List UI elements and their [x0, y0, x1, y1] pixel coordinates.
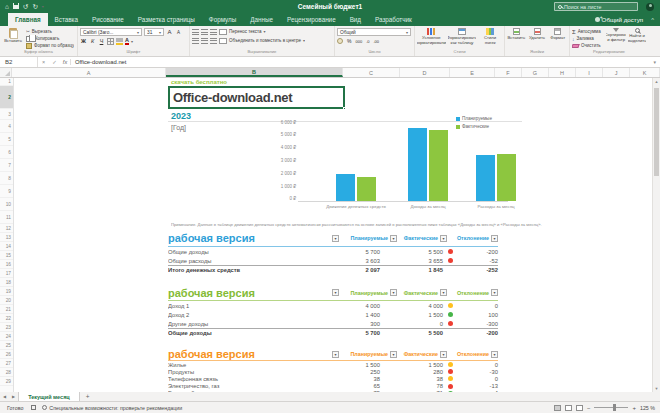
table-row[interactable]: Жилье1 5001 5000 [168, 361, 498, 368]
accessibility-text[interactable]: Специальные возможности: проверьте реком… [49, 405, 182, 411]
row-number[interactable]: 6 [0, 146, 13, 159]
format-as-table-button[interactable]: Форматировать как таблицу [448, 28, 477, 45]
name-box[interactable]: B2 [0, 57, 38, 67]
align-center-icon[interactable] [201, 38, 208, 44]
row-number[interactable]: 18 [0, 278, 13, 287]
filter-button[interactable]: ▾ [390, 235, 397, 242]
filter-button[interactable]: ▾ [440, 351, 447, 358]
search-box[interactable]: Поиск на листе [554, 2, 638, 11]
row-number[interactable]: 3 [0, 109, 13, 120]
sort-filter-button[interactable]: Сортировка и фильтр [606, 28, 626, 42]
ribbon-tab[interactable]: Разметка страницы [131, 13, 202, 26]
zoom-slider[interactable] [594, 407, 628, 408]
sheet-nav-right-icon[interactable]: ▶ [9, 392, 18, 401]
column-header[interactable]: F [495, 68, 522, 77]
autosum-button[interactable]: ΣАвтосумма [572, 28, 604, 35]
ribbon-tab[interactable]: Рисование [85, 13, 131, 26]
chevron-down-icon[interactable]: ▾ [131, 39, 133, 44]
wrap-text-button[interactable]: Перенос текста▾ [219, 28, 266, 35]
column-header[interactable]: A [12, 68, 166, 77]
filter-button[interactable]: ▾ [491, 235, 498, 242]
align-bottom-icon[interactable] [210, 29, 217, 35]
formula-bar-expand-icon[interactable]: ▾ [653, 59, 660, 65]
table-row[interactable]: Продукты250280-30 [168, 368, 498, 375]
ribbon-tab[interactable]: Разработчик [368, 13, 419, 26]
column-header[interactable]: J [603, 68, 630, 77]
budget-chart[interactable]: 6 000 ₽5 000 ₽4 000 ₽3 000 ₽2 000 ₽1 000… [266, 114, 522, 216]
selected-cell-b2[interactable]: Office-download.net [168, 86, 345, 109]
row-number[interactable]: 12 [0, 224, 13, 233]
table-row[interactable]: Общие доходы5 7005 500-200 [168, 247, 498, 256]
italic-button[interactable]: К [89, 38, 96, 44]
row-number[interactable]: 9 [0, 185, 13, 198]
row-number[interactable]: 2 [0, 86, 13, 109]
column-header[interactable]: B [166, 68, 343, 77]
align-top-icon[interactable] [192, 29, 199, 35]
redo-icon[interactable]: ↻ [32, 3, 37, 10]
promo-link[interactable]: скачать бесплатно [171, 79, 227, 85]
shrink-font-button[interactable]: А [175, 30, 182, 35]
year-heading[interactable]: 2023 [171, 111, 191, 121]
table-row[interactable]: Общие доходы5 7005 500-200 [168, 328, 498, 337]
row-number[interactable]: 21 [0, 305, 13, 314]
sheet-nav-left-icon[interactable]: ◀ [0, 392, 9, 401]
fill-button[interactable]: ↓Заливка [572, 35, 604, 42]
filter-button[interactable]: ▾ [390, 289, 397, 296]
zoom-out-button[interactable]: − [587, 405, 591, 411]
row-number[interactable]: 1 [0, 78, 13, 86]
save-icon[interactable] [13, 3, 19, 10]
align-right-icon[interactable] [210, 38, 217, 44]
sheet-tab-current-month[interactable]: Текущий месяц [18, 392, 80, 401]
find-select-button[interactable]: Найти и выделить [628, 28, 646, 43]
cut-button[interactable]: ✂Вырезать [26, 28, 74, 35]
scrollbar-thumb[interactable] [654, 88, 659, 176]
row-number[interactable]: 25 [0, 341, 13, 350]
merge-center-button[interactable]: Объединить и поместить в центре▾ [219, 37, 305, 44]
ribbon-tab[interactable]: Вставка [48, 13, 85, 26]
number-format-select[interactable]: Общий▾ [337, 28, 411, 36]
table-row[interactable]: Другие доходы3000-300 [168, 319, 498, 328]
row-number[interactable]: 7 [0, 159, 13, 172]
row-number[interactable]: 29 [0, 377, 13, 386]
zoom-slider-thumb[interactable] [613, 404, 616, 411]
filter-button[interactable]: ▾ [491, 289, 498, 296]
increase-decimal-icon[interactable]: .0 [366, 39, 369, 44]
ribbon-collapse-icon[interactable]: ^ [647, 13, 660, 26]
clear-button[interactable]: Очистить [572, 42, 604, 49]
filter-button[interactable]: ▾ [491, 351, 498, 358]
table-row[interactable]: Электричество, газ6578-13 [168, 383, 498, 390]
enter-button[interactable]: ✓ [49, 59, 60, 65]
zoom-in-button[interactable]: + [632, 405, 636, 411]
underline-button[interactable]: Ч [98, 38, 105, 44]
row-number[interactable]: 10 [0, 198, 13, 211]
column-header[interactable]: K [630, 68, 660, 77]
ribbon-tab[interactable]: Рецензирование [280, 13, 343, 26]
undo-icon[interactable]: ↺ [23, 3, 28, 10]
vertical-scrollbar[interactable]: ▲ ▼ [652, 78, 660, 392]
row-number[interactable]: 4 [0, 120, 13, 133]
row-number[interactable]: 28 [0, 368, 13, 377]
filter-button[interactable]: ▾ [440, 289, 447, 296]
year-subtitle[interactable]: [Год] [171, 124, 186, 131]
row-number[interactable]: 13 [0, 233, 13, 242]
comma-format-icon[interactable]: 000 [355, 39, 362, 44]
delete-cells-button[interactable]: Удалить [528, 28, 547, 41]
conditional-formatting-button[interactable]: Условное форматирование [417, 28, 446, 45]
macro-record-icon[interactable] [31, 405, 36, 410]
filter-button[interactable]: ▾ [332, 289, 339, 296]
table-row[interactable]: Водоснабжение, канализация и вывоз мусор… [168, 390, 498, 392]
row-number[interactable]: 23 [0, 323, 13, 332]
zoom-level[interactable]: 125 % [640, 405, 655, 411]
table-row[interactable]: Доход 14 0004 0000 [168, 301, 498, 310]
share-button[interactable]: Общий доступ [595, 13, 648, 26]
filter-button[interactable]: ▾ [332, 235, 339, 242]
grow-font-button[interactable]: А [166, 29, 173, 35]
filter-button[interactable]: ▾ [332, 351, 339, 358]
row-number[interactable]: 11 [0, 211, 13, 224]
row-number[interactable]: 19 [0, 287, 13, 296]
row-number[interactable]: 15 [0, 251, 13, 260]
insert-function-button[interactable]: fx [60, 59, 71, 65]
scroll-down-icon[interactable]: ▼ [653, 386, 660, 391]
filter-button[interactable]: ▾ [390, 351, 397, 358]
borders-button[interactable] [107, 38, 114, 45]
